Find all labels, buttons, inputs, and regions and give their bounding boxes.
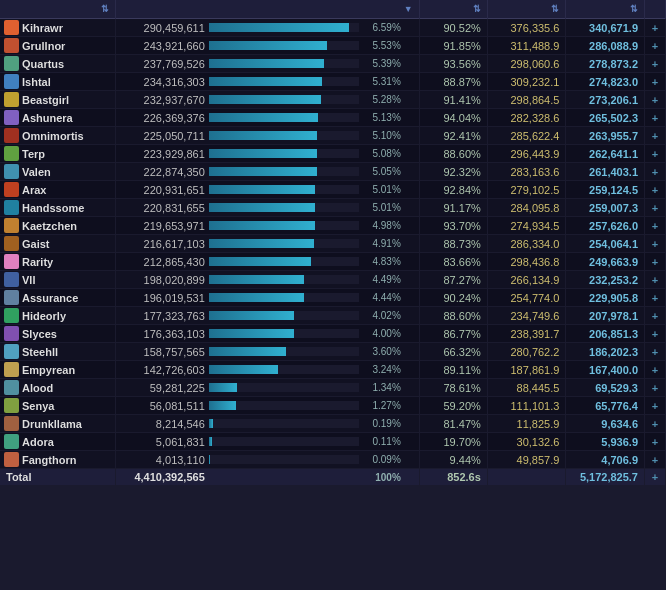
pct-value: 6.59% — [363, 22, 401, 33]
amount-value: 176,363,103 — [120, 328, 205, 340]
dpsa-cell: 30,132.6 — [487, 433, 566, 451]
expand-button[interactable]: + — [645, 343, 666, 361]
expand-button[interactable]: + — [645, 397, 666, 415]
expand-button[interactable]: + — [645, 37, 666, 55]
total-row: Total 4,410,392,565 100% 852.6s 5,172,82… — [0, 469, 666, 486]
bar-fill — [209, 419, 213, 428]
bar-fill — [209, 131, 317, 140]
dpse-cell: 206,851.3 — [566, 325, 645, 343]
table-row: Quartus 237,769,526 5.39% 93.56%298,060.… — [0, 55, 666, 73]
avatar — [4, 380, 19, 395]
avatar — [4, 236, 19, 251]
col-header-dpse[interactable]: ⇅ — [566, 0, 645, 19]
dpse-cell: 259,124.5 — [566, 181, 645, 199]
active-cell: 9.44% — [419, 451, 487, 469]
expand-button[interactable]: + — [645, 307, 666, 325]
col-header-dpsa[interactable]: ⇅ — [487, 0, 566, 19]
dpse-cell: 65,776.4 — [566, 397, 645, 415]
dpse-cell: 262,641.1 — [566, 145, 645, 163]
expand-button[interactable]: + — [645, 163, 666, 181]
bar-fill — [209, 365, 278, 374]
expand-button[interactable]: + — [645, 127, 666, 145]
pct-value: 3.24% — [363, 364, 401, 375]
bar-fill — [209, 329, 294, 338]
avatar — [4, 434, 19, 449]
dpsa-cell: 266,134.9 — [487, 271, 566, 289]
avatar — [4, 38, 19, 53]
expand-button[interactable]: + — [645, 253, 666, 271]
table-row: Terp 223,929,861 5.08% 88.60%296,443.926… — [0, 145, 666, 163]
expand-button[interactable]: + — [645, 415, 666, 433]
expand-button[interactable]: + — [645, 91, 666, 109]
dpse-cell: 263,955.7 — [566, 127, 645, 145]
pct-value: 4.49% — [363, 274, 401, 285]
player-name: Vll — [22, 274, 35, 286]
col-header-active[interactable]: ⇅ — [419, 0, 487, 19]
expand-button[interactable]: + — [645, 19, 666, 37]
pct-value: 5.08% — [363, 148, 401, 159]
avatar — [4, 110, 19, 125]
dpsa-cell: 111,101.3 — [487, 397, 566, 415]
dpsa-cell: 311,488.9 — [487, 37, 566, 55]
pct-value: 0.11% — [363, 436, 401, 447]
expand-button[interactable]: + — [645, 379, 666, 397]
bar-fill — [209, 383, 237, 392]
avatar — [4, 362, 19, 377]
amount-cell: 222,874,350 5.05% — [115, 163, 419, 181]
table-row: Alood 59,281,225 1.34% 78.61%88,445.569,… — [0, 379, 666, 397]
expand-button[interactable]: + — [645, 199, 666, 217]
pct-value: 4.91% — [363, 238, 401, 249]
active-cell: 90.24% — [419, 289, 487, 307]
expand-button[interactable]: + — [645, 235, 666, 253]
expand-button[interactable]: + — [645, 73, 666, 91]
expand-button[interactable]: + — [645, 289, 666, 307]
expand-button[interactable]: + — [645, 217, 666, 235]
amount-value: 222,874,350 — [120, 166, 205, 178]
table-row: Vll 198,020,899 4.49% 87.27%266,134.9232… — [0, 271, 666, 289]
pct-value: 4.44% — [363, 292, 401, 303]
player-name: Drunkllama — [22, 418, 82, 430]
amount-cell: 176,363,103 4.00% — [115, 325, 419, 343]
amount-value: 220,931,651 — [120, 184, 205, 196]
dpse-cell: 69,529.3 — [566, 379, 645, 397]
active-cell: 89.11% — [419, 361, 487, 379]
expand-button[interactable]: + — [645, 55, 666, 73]
expand-button[interactable]: + — [645, 181, 666, 199]
table-row: Handssome 220,831,655 5.01% 91.17%284,09… — [0, 199, 666, 217]
dpse-cell: 229,905.8 — [566, 289, 645, 307]
table-row: Senya 56,081,511 1.27% 59.20%111,101.365… — [0, 397, 666, 415]
expand-button[interactable]: + — [645, 271, 666, 289]
col-header-amount[interactable]: ▼ — [115, 0, 419, 19]
player-name: Senya — [22, 400, 54, 412]
expand-button[interactable]: + — [645, 145, 666, 163]
dpsa-cell: 298,060.6 — [487, 55, 566, 73]
pct-value: 0.09% — [363, 454, 401, 465]
avatar — [4, 272, 19, 287]
pct-value: 5.53% — [363, 40, 401, 51]
active-cell: 91.41% — [419, 91, 487, 109]
expand-button[interactable]: + — [645, 433, 666, 451]
pct-value: 4.83% — [363, 256, 401, 267]
dpsa-cell: 254,774.0 — [487, 289, 566, 307]
active-cell: 91.17% — [419, 199, 487, 217]
active-cell: 88.60% — [419, 145, 487, 163]
col-header-name[interactable]: ⇅ — [0, 0, 115, 19]
active-cell: 87.27% — [419, 271, 487, 289]
amount-value: 196,019,531 — [120, 292, 205, 304]
expand-button[interactable]: + — [645, 325, 666, 343]
expand-button[interactable]: + — [645, 361, 666, 379]
pct-value: 5.31% — [363, 76, 401, 87]
active-cell: 19.70% — [419, 433, 487, 451]
table-row: Empyrean 142,726,603 3.24% 89.11%187,861… — [0, 361, 666, 379]
dpse-cell: 4,706.9 — [566, 451, 645, 469]
amount-value: 212,865,430 — [120, 256, 205, 268]
pct-value: 3.60% — [363, 346, 401, 357]
player-name: Handssome — [22, 202, 84, 214]
player-name: Ishtal — [22, 76, 51, 88]
avatar — [4, 452, 19, 467]
player-name: Alood — [22, 382, 53, 394]
expand-button[interactable]: + — [645, 109, 666, 127]
pct-value: 5.28% — [363, 94, 401, 105]
pct-value: 4.98% — [363, 220, 401, 231]
expand-button[interactable]: + — [645, 451, 666, 469]
